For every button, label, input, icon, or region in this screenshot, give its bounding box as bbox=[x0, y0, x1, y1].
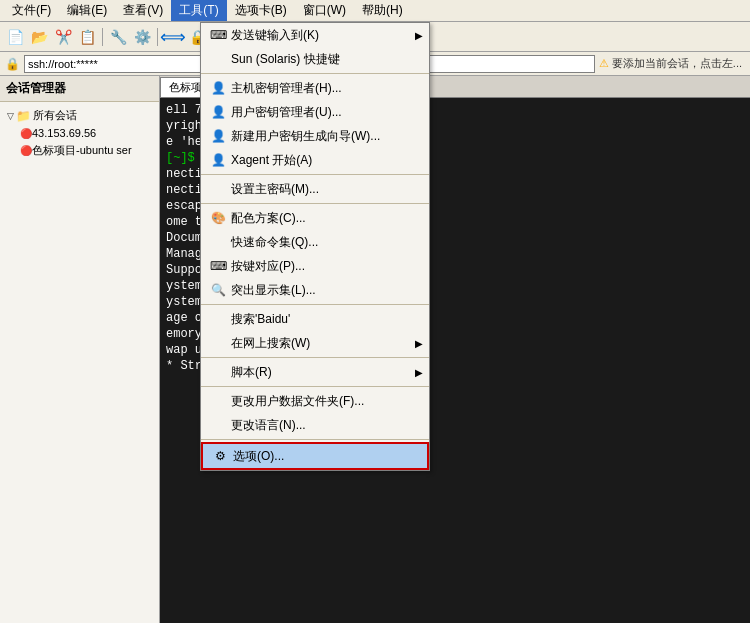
menu-item-host-key[interactable]: 👤 主机密钥管理者(H)... bbox=[201, 76, 429, 100]
menu-label-options: 选项(O)... bbox=[233, 448, 284, 465]
menu-label-change-lang: 更改语言(N)... bbox=[231, 417, 306, 434]
menu-label-quick-cmd: 快速命令集(Q)... bbox=[231, 234, 318, 251]
menu-label-xagent: Xagent 开始(A) bbox=[231, 152, 312, 169]
sep-6 bbox=[201, 386, 429, 387]
tools-dropdown-menu: ⌨ 发送键输入到(K) ▶ Sun (Solaris) 快捷键 👤 主机密钥管理… bbox=[200, 22, 430, 471]
menu-label-host-key: 主机密钥管理者(H)... bbox=[231, 80, 342, 97]
menu-label-change-user-data: 更改用户数据文件夹(F)... bbox=[231, 393, 364, 410]
menu-item-highlight[interactable]: 🔍 突出显示集(L)... bbox=[201, 278, 429, 302]
menu-item-quick-cmd[interactable]: 快速命令集(Q)... bbox=[201, 230, 429, 254]
menu-item-change-lang[interactable]: 更改语言(N)... bbox=[201, 413, 429, 437]
menu-item-new-key[interactable]: 👤 新建用户密钥生成向导(W)... bbox=[201, 124, 429, 148]
menu-label-keymap: 按键对应(P)... bbox=[231, 258, 305, 275]
menu-item-send-key[interactable]: ⌨ 发送键输入到(K) ▶ bbox=[201, 23, 429, 47]
menu-item-user-key[interactable]: 👤 用户密钥管理者(U)... bbox=[201, 100, 429, 124]
change-user-data-icon bbox=[209, 392, 227, 410]
menu-item-change-user-data[interactable]: 更改用户数据文件夹(F)... bbox=[201, 389, 429, 413]
menu-label-master-pass: 设置主密码(M)... bbox=[231, 181, 319, 198]
highlight-icon: 🔍 bbox=[209, 281, 227, 299]
menu-item-xagent[interactable]: 👤 Xagent 开始(A) bbox=[201, 148, 429, 172]
keymap-icon: ⌨ bbox=[209, 257, 227, 275]
menu-item-color-scheme[interactable]: 🎨 配色方案(C)... bbox=[201, 206, 429, 230]
menu-label-new-key: 新建用户密钥生成向导(W)... bbox=[231, 128, 380, 145]
sep-5 bbox=[201, 357, 429, 358]
menu-item-search-baidu[interactable]: 搜索'Baidu' bbox=[201, 307, 429, 331]
sep-7 bbox=[201, 439, 429, 440]
sep-1 bbox=[201, 73, 429, 74]
submenu-arrow-send-key: ▶ bbox=[415, 30, 423, 41]
search-web-icon bbox=[209, 334, 227, 352]
menu-label-send-key: 发送键输入到(K) bbox=[231, 27, 319, 44]
master-pass-icon bbox=[209, 180, 227, 198]
user-key-icon: 👤 bbox=[209, 103, 227, 121]
dropdown-overlay: ⌨ 发送键输入到(K) ▶ Sun (Solaris) 快捷键 👤 主机密钥管理… bbox=[0, 0, 750, 623]
menu-item-options[interactable]: ⚙ 选项(O)... bbox=[201, 442, 429, 470]
menu-label-search-baidu: 搜索'Baidu' bbox=[231, 311, 290, 328]
change-lang-icon bbox=[209, 416, 227, 434]
menu-label-user-key: 用户密钥管理者(U)... bbox=[231, 104, 342, 121]
keyboard-icon: ⌨ bbox=[209, 26, 227, 44]
new-key-icon: 👤 bbox=[209, 127, 227, 145]
menu-item-keymap[interactable]: ⌨ 按键对应(P)... bbox=[201, 254, 429, 278]
sun-icon bbox=[209, 50, 227, 68]
gear-icon: ⚙ bbox=[211, 447, 229, 465]
sep-4 bbox=[201, 304, 429, 305]
script-icon bbox=[209, 363, 227, 381]
menu-label-highlight: 突出显示集(L)... bbox=[231, 282, 316, 299]
menu-item-script[interactable]: 脚本(R) ▶ bbox=[201, 360, 429, 384]
xagent-icon: 👤 bbox=[209, 151, 227, 169]
menu-label-color-scheme: 配色方案(C)... bbox=[231, 210, 306, 227]
search-baidu-icon bbox=[209, 310, 227, 328]
palette-icon: 🎨 bbox=[209, 209, 227, 227]
submenu-arrow-search-web: ▶ bbox=[415, 338, 423, 349]
menu-item-master-pass[interactable]: 设置主密码(M)... bbox=[201, 177, 429, 201]
sep-2 bbox=[201, 174, 429, 175]
quick-cmd-icon bbox=[209, 233, 227, 251]
menu-label-sun-solaris: Sun (Solaris) 快捷键 bbox=[231, 51, 340, 68]
menu-item-sun-solaris[interactable]: Sun (Solaris) 快捷键 bbox=[201, 47, 429, 71]
menu-label-search-web: 在网上搜索(W) bbox=[231, 335, 310, 352]
submenu-arrow-script: ▶ bbox=[415, 367, 423, 378]
menu-label-script: 脚本(R) bbox=[231, 364, 272, 381]
sep-3 bbox=[201, 203, 429, 204]
host-key-icon: 👤 bbox=[209, 79, 227, 97]
menu-item-search-web[interactable]: 在网上搜索(W) ▶ bbox=[201, 331, 429, 355]
